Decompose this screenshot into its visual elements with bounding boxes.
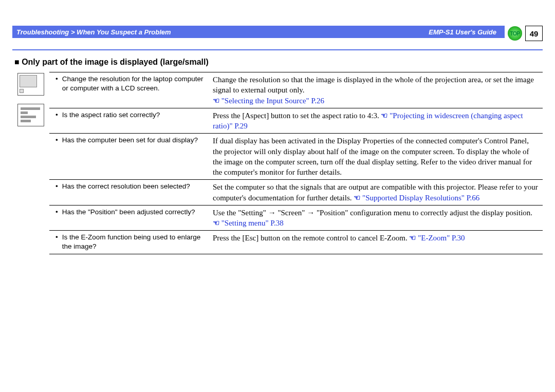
answer-cell: Press the [Aspect] button to set the asp…	[209, 108, 543, 134]
section-title: ■ Only part of the image is displayed (l…	[14, 58, 543, 67]
table-row: Has the "Position" been adjusted correct…	[49, 205, 543, 231]
pointer-icon: ☜	[409, 234, 416, 242]
question-cell: Is the E-Zoom function being used to enl…	[53, 233, 205, 251]
top-icon[interactable]: TOP	[508, 26, 522, 41]
cross-reference-link[interactable]: "E-Zoom" P.30	[418, 234, 465, 242]
question-cell: Has the "Position" been adjusted correct…	[53, 208, 205, 217]
cross-reference-link[interactable]: "Selecting the Input Source" P.26	[221, 97, 324, 105]
cross-reference-link[interactable]: "Supported Display Resolutions" P.66	[362, 194, 479, 202]
troubleshooting-table: Change the resolution for the laptop com…	[49, 72, 543, 254]
table-row: Is the E-Zoom function being used to enl…	[49, 231, 543, 254]
pointer-icon: ☜	[354, 194, 360, 202]
pointer-icon: ☜	[381, 111, 387, 120]
illustration-bars-icon	[17, 104, 44, 126]
header-row: Troubleshooting > When You Suspect a Pro…	[12, 26, 543, 41]
guide-title: EMP-S1 User's Guide	[429, 28, 496, 36]
square-bullet-icon: ■	[14, 58, 20, 67]
header-bar: Troubleshooting > When You Suspect a Pro…	[12, 26, 505, 38]
top-icon-label: TOP	[510, 31, 520, 36]
illustration-large-small-icon	[17, 73, 44, 96]
table-row: Has the computer been set for dual displ…	[49, 134, 543, 180]
question-cell: Has the computer been set for dual displ…	[53, 136, 205, 145]
answer-cell: Change the resolution so that the image …	[209, 72, 543, 108]
pointer-icon: ☜	[213, 219, 219, 227]
table-row: Change the resolution for the laptop com…	[49, 72, 543, 108]
question-cell: Has the correct resolution been selected…	[53, 182, 205, 191]
page-number-box: 49	[525, 26, 543, 41]
question-cell: Change the resolution for the laptop com…	[53, 74, 205, 93]
divider-line	[12, 49, 543, 50]
icon-column	[12, 72, 49, 126]
answer-cell: If dual display has been activated in th…	[209, 134, 543, 180]
breadcrumb: Troubleshooting > When You Suspect a Pro…	[16, 28, 429, 36]
question-cell: Is the aspect ratio set correctly?	[53, 110, 205, 120]
answer-cell: Press the [Esc] button on the remote con…	[209, 231, 543, 254]
answer-cell: Set the computer so that the signals tha…	[209, 180, 543, 206]
cross-reference-link[interactable]: "Setting menu" P.38	[221, 219, 284, 227]
answer-cell: Use the "Setting" → "Screen" → "Position…	[209, 205, 543, 231]
section-title-text: Only part of the image is displayed (lar…	[22, 58, 209, 66]
table-row: Has the correct resolution been selected…	[49, 180, 543, 206]
table-row: Is the aspect ratio set correctly? Press…	[49, 108, 543, 134]
page-number: 49	[530, 29, 539, 38]
pointer-icon: ☜	[213, 97, 219, 105]
